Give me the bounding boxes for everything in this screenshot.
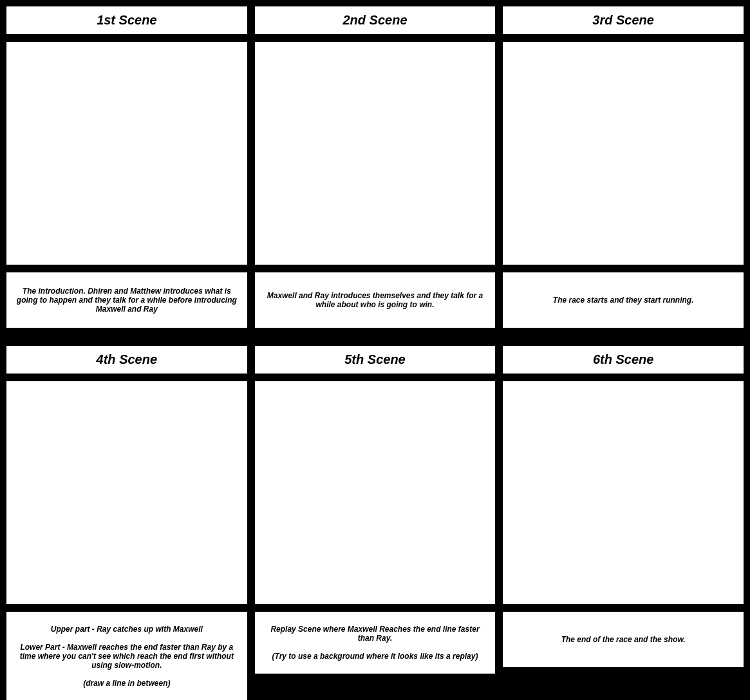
scene-4-note-text: (draw a line in between) — [16, 679, 238, 688]
scene-4-image — [5, 380, 248, 605]
scene-4-upper-text: Upper part - Ray catches up with Maxwell — [16, 625, 238, 634]
scene-card-6: 6th Scene The end of the race and the sh… — [502, 345, 745, 700]
scene-5-title: 5th Scene — [254, 345, 497, 375]
scene-6-image — [502, 380, 745, 605]
scene-2-image — [254, 41, 497, 266]
scene-card-3: 3rd Scene The race starts and they start… — [502, 5, 745, 329]
scene-5-note-text: (Try to use a background where it looks … — [265, 652, 486, 661]
bottom-row-grid: 4th Scene Upper part - Ray catches up wi… — [5, 345, 745, 700]
scene-5-description: Replay Scene where Maxwell Reaches the e… — [254, 610, 497, 675]
scene-6-description: The end of the race and the show. — [502, 610, 745, 668]
scene-6-title: 6th Scene — [502, 345, 745, 375]
scene-2-description: Maxwell and Ray introduces themselves an… — [254, 271, 497, 329]
scene-3-image — [502, 41, 745, 266]
scene-3-title: 3rd Scene — [502, 5, 745, 35]
scene-1-title: 1st Scene — [5, 5, 248, 35]
scene-3-description: The race starts and they start running. — [502, 271, 745, 329]
scene-5-image — [254, 380, 497, 605]
scene-2-title: 2nd Scene — [254, 5, 497, 35]
scene-4-lower-text: Lower Part - Maxwell reaches the end fas… — [16, 643, 238, 670]
scene-card-5: 5th Scene Replay Scene where Maxwell Rea… — [254, 345, 497, 700]
scene-card-2: 2nd Scene Maxwell and Ray introduces the… — [254, 5, 497, 329]
scene-card-4: 4th Scene Upper part - Ray catches up wi… — [5, 345, 248, 700]
scene-4-description: Upper part - Ray catches up with Maxwell… — [5, 610, 248, 700]
scene-1-image — [5, 41, 248, 266]
scene-card-1: 1st Scene The introduction. Dhiren and M… — [5, 5, 248, 329]
scene-5-main-text: Replay Scene where Maxwell Reaches the e… — [265, 625, 486, 643]
top-row-grid: 1st Scene The introduction. Dhiren and M… — [5, 5, 745, 329]
row-gap — [5, 334, 745, 345]
scene-1-description: The introduction. Dhiren and Matthew int… — [5, 271, 248, 329]
scene-4-title: 4th Scene — [5, 345, 248, 375]
